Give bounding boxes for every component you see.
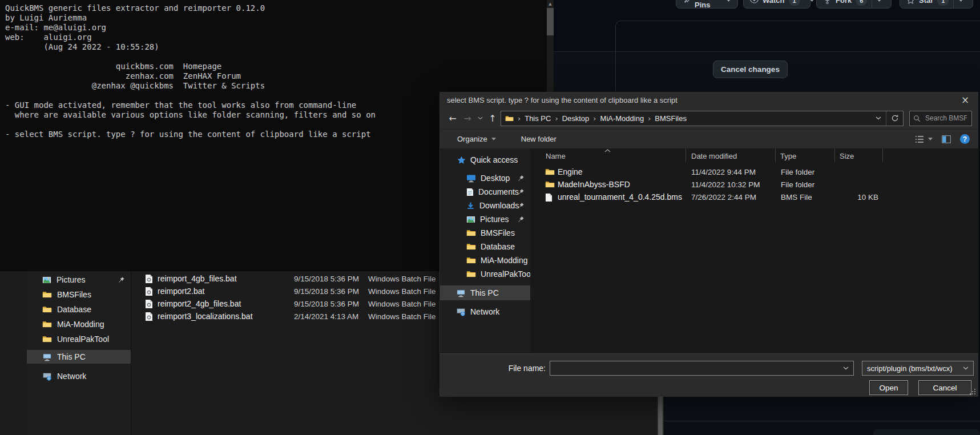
star-count-badge: 1: [937, 0, 949, 6]
sidebar-item-unrealpaktool[interactable]: UnrealPakTool: [440, 267, 530, 281]
console-line: [5, 91, 376, 100]
breadcrumb-mia-modding[interactable]: MiA-Modding: [600, 114, 644, 123]
search-box[interactable]: [909, 111, 972, 126]
column-header-date-modified[interactable]: Date modified: [686, 148, 776, 162]
breadcrumb-desktop[interactable]: Desktop: [562, 114, 590, 123]
sidebar-item-pictures[interactable]: Pictures: [440, 212, 530, 226]
sidebar-item-bmsfiles[interactable]: BMSFiles: [27, 288, 131, 301]
star-button[interactable]: Star 1: [900, 0, 973, 9]
organize-menu[interactable]: Organize: [457, 135, 496, 143]
sidebar-item-label: Network: [470, 307, 499, 316]
file-type: File folder: [781, 168, 814, 176]
forward-button[interactable]: →: [461, 113, 474, 124]
sidebar-item-unrealpaktool[interactable]: UnrealPakTool: [27, 332, 131, 346]
console-line: @zenhax @quickbms Twitter & Scripts: [5, 81, 376, 91]
sidebar-item-label: Downloads: [479, 201, 519, 210]
scrollbar-up-arrow[interactable]: ▲: [547, 0, 554, 7]
watch-label: Watch: [763, 0, 785, 5]
sidebar-item-this-pc[interactable]: This PC: [440, 285, 530, 300]
file-dialog: select BMS script. type ? for using the …: [439, 92, 978, 396]
file-name-input[interactable]: [550, 364, 843, 373]
chevron-down-icon: [877, 0, 882, 2]
network-icon: [456, 308, 466, 316]
console-line: where are available various options like…: [5, 110, 376, 120]
sidebar-item-label: Database: [57, 305, 91, 314]
file-name-combobox[interactable]: [550, 361, 854, 376]
watch-button[interactable]: Watch 1: [743, 0, 810, 9]
cancel-button[interactable]: Cancel: [918, 380, 971, 395]
dialog-titlebar: select BMS script. type ? for using the …: [440, 92, 978, 107]
open-button[interactable]: Open: [869, 380, 908, 395]
column-header-type[interactable]: Type: [776, 148, 835, 162]
help-button[interactable]: ?: [960, 134, 970, 144]
sidebar-item-mia-modding[interactable]: MiA-Modding: [27, 317, 131, 331]
sidebar-item-documents[interactable]: Documents: [440, 185, 530, 199]
eye-icon: [750, 0, 759, 5]
up-button[interactable]: ↑: [486, 113, 499, 124]
dialog-body: Quick access Desktop Documents Downloads…: [440, 148, 978, 353]
file-name: reimport3_localizations.bat: [158, 312, 253, 321]
file-row[interactable]: Engine 11/4/2022 9:44 PM File folder: [530, 166, 979, 178]
batch-file-icon: [145, 274, 153, 283]
file-date: 7/26/2022 2:44 PM: [691, 193, 756, 202]
scrollbar-thumb[interactable]: [547, 8, 554, 35]
sidebar-item-label: MiA-Modding: [57, 320, 104, 329]
quick-access-star-icon: [457, 156, 466, 164]
sidebar-item-this-pc[interactable]: This PC: [27, 350, 131, 364]
file-type: Windows Batch File: [368, 275, 436, 283]
console-line: by Luigi Auriemma: [5, 13, 376, 23]
bms-file-icon: [545, 193, 552, 202]
cancel-changes-button[interactable]: Cancel changes: [713, 61, 788, 78]
file-type-filter-dropdown[interactable]: script/plugin (bms/txt/wcx): [862, 361, 974, 376]
sidebar-item-desktop[interactable]: Desktop: [440, 171, 530, 185]
fork-button[interactable]: Fork 6: [816, 0, 892, 9]
folder-icon: [545, 180, 555, 188]
edit-pins-button[interactable]: Edit Pins: [676, 0, 738, 9]
new-folder-button[interactable]: New folder: [521, 135, 556, 143]
column-header-name[interactable]: Name: [530, 148, 686, 162]
sidebar-item-quick-access[interactable]: Quick access: [440, 153, 530, 167]
console-line: [5, 52, 376, 62]
address-dropdown-chevron[interactable]: [876, 116, 881, 120]
file-date: 2/14/2021 4:13 AM: [294, 312, 358, 321]
file-type: File folder: [781, 180, 814, 189]
scrollbar-thumb[interactable]: [658, 392, 663, 435]
search-input[interactable]: [924, 114, 968, 123]
recent-locations-chevron[interactable]: [475, 116, 485, 120]
console-line: zenhax.com ZenHAX Forum: [5, 71, 376, 81]
preview-pane-button[interactable]: [942, 135, 951, 143]
sidebar-item-downloads[interactable]: Downloads: [440, 199, 530, 212]
sidebar-item-network[interactable]: Network: [27, 369, 131, 383]
sidebar-item-pictures[interactable]: Pictures: [27, 273, 131, 287]
sidebar-item-database[interactable]: Database: [27, 303, 131, 316]
this-pc-icon: [456, 289, 466, 297]
file-date: 9/15/2018 5:36 PM: [294, 275, 359, 283]
pin-icon: [518, 202, 525, 209]
file-row[interactable]: MadeInAbyss-BSFD 11/4/2022 10:32 PM File…: [530, 178, 979, 191]
file-name: unreal_tournament_4_0.4.25d.bms: [558, 192, 682, 202]
sidebar-item-database[interactable]: Database: [440, 240, 530, 253]
file-name: reimport2.bat: [158, 287, 204, 296]
close-button[interactable]: ×: [953, 92, 978, 107]
breadcrumb-bmsfiles[interactable]: BMSFiles: [655, 114, 687, 123]
breadcrumb-this-pc[interactable]: This PC: [525, 114, 551, 123]
pictures-icon: [42, 276, 51, 284]
back-button[interactable]: ←: [446, 113, 459, 124]
console-line: web: aluigi.org: [5, 33, 376, 42]
refresh-icon[interactable]: [891, 114, 899, 122]
chevron-down-icon: [958, 0, 963, 2]
sidebar-item-bmsfiles[interactable]: BMSFiles: [440, 226, 530, 240]
button-divider: [953, 0, 954, 8]
address-bar[interactable]: › This PC › Desktop › MiA-Modding › BMSF…: [501, 111, 904, 126]
sidebar-item-label: Quick access: [470, 155, 518, 164]
column-header-size[interactable]: Size: [835, 148, 883, 162]
file-name: Engine: [558, 167, 583, 176]
resize-grip[interactable]: [969, 388, 976, 395]
sidebar-item-mia-modding[interactable]: MiA-Modding: [440, 253, 530, 267]
file-name: reimport_4gb_files.bat: [158, 274, 237, 283]
dialog-footer: File name: script/plugin (bms/txt/wcx) O…: [440, 353, 978, 397]
sidebar-item-network[interactable]: Network: [440, 305, 530, 319]
file-row[interactable]: unreal_tournament_4_0.4.25d.bms 7/26/202…: [530, 191, 979, 203]
folder-icon: [466, 270, 476, 278]
view-mode-button[interactable]: [915, 135, 933, 143]
